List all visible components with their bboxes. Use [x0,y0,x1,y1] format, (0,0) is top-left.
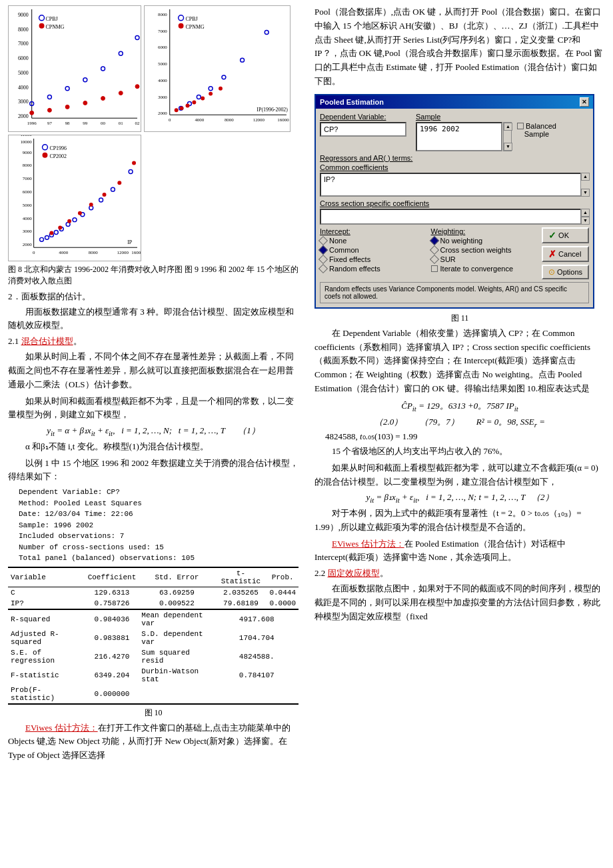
section2-title: 2．面板数据的估计。 [8,291,299,303]
chart-timeseries: 2000 3000 4000 5000 6000 7000 8000 9000 … [8,5,141,132]
fig10-caption: 图 10 [8,707,299,719]
cancel-button[interactable]: ✗ Cancel [542,246,589,262]
analysis-text1: 在 Dependent Variable（相依变量）选择窗填入 CP?；在 Co… [314,327,605,396]
svg-text:12000: 12000 [253,117,265,122]
fig11-caption: 图 11 [314,313,605,324]
options-icon: ⊙ [548,267,555,277]
para-alpha: 对于本例，因为上式中的截距项有显著性（t = 2。0 > t₀.₀₅（₁₀₃）=… [314,507,605,535]
weighting-label: Weighting: [431,227,540,235]
svg-text:9000: 9000 [23,150,32,155]
cs-scroll-down[interactable]: ▼ [581,217,590,225]
chart-caption: 图 8 北京和内蒙古 1996-2002 年消费对收入时序图 图 9 1996 … [8,264,299,287]
dep-var-label: Dependent Variable: [320,113,406,121]
eviwes-para: EViwes 估计方法：在打开工作文件窗口的基础上,点击主功能菜单中的 Obje… [8,721,299,763]
stats-row: F-statistic 6349.204 Durbin-Watson stat … [8,666,299,685]
cs-specific-input[interactable] [320,209,589,225]
svg-text:0: 0 [33,250,35,255]
intercept-none-radio[interactable] [318,236,328,245]
svg-text:02: 02 [135,121,140,125]
svg-text:2000: 2000 [18,113,29,119]
stats-row: Adjusted R-squared 0.983881 S.D. depende… [8,629,299,647]
svg-text:4000: 4000 [158,78,167,83]
ok-label: OK [558,231,569,239]
weighting-iterate-option[interactable]: Iterate to convergence [431,265,540,273]
svg-text:6000: 6000 [23,189,32,194]
weighting-cs-radio[interactable] [429,245,438,255]
stats-box: Dependent Variable: CP? Method: Pooled L… [8,487,299,564]
sample-input[interactable] [416,122,502,151]
formula-main: ĈPit = 129。6313 +0。7587 IPit [314,400,605,413]
scroll-up-arrow[interactable]: ▲ [581,173,590,181]
svg-text:CPNMG: CPNMG [45,24,64,30]
svg-text:IP(1996-2002): IP(1996-2002) [257,107,288,113]
weighting-sur-option[interactable]: SUR [431,255,540,263]
dialog-buttons: ✓ OK ✗ Cancel ⊙ Options [542,227,589,279]
intercept-random-radio[interactable] [318,264,328,273]
intercept-fixed-option[interactable]: Fixed effects [320,255,428,263]
svg-text:8000: 8000 [23,163,32,167]
svg-text:CP2002: CP2002 [49,153,67,159]
svg-text:6000: 6000 [18,55,29,61]
svg-text:8000: 8000 [89,250,98,255]
ok-button[interactable]: ✓ OK [542,227,589,243]
balanced-checkbox[interactable] [517,123,524,129]
intercept-none-label: None [329,237,346,245]
svg-point-106 [103,193,107,197]
svg-point-105 [89,203,93,207]
cs-scroll-up[interactable]: ▲ [581,209,590,217]
scroll-track [581,181,589,189]
svg-text:97: 97 [47,121,52,125]
regressors-section: Regressors and AR( ) terms: Common coeff… [320,154,589,225]
svg-point-104 [78,211,82,215]
svg-text:8000: 8000 [158,12,167,17]
weighting-none-radio[interactable] [429,236,438,245]
right-intro-text: Pool（混合数据库）,点击 OK 键，从而打开 Pool（混合数据）窗口。在窗… [314,5,605,89]
svg-point-102 [58,226,62,230]
table-row: IP? 0.758726 0.009522 79.68189 0.0000 [8,598,299,609]
weighting-iterate-checkbox[interactable] [431,265,438,272]
common-coeff-scrollbar[interactable]: ▲ ▼ [580,173,589,197]
common-coeff-input[interactable]: IP? [320,173,589,197]
intercept-common-option[interactable]: Common [320,246,428,254]
para5: 以例 1 中 15 个地区 1996 和 2002 年数据建立关于消费的混合估计… [8,457,299,485]
svg-text:5000: 5000 [23,203,32,207]
para1: 用面板数据建立的模型通常有 3 种。即混合估计模型、固定效应模型和随机效应模型。 [8,305,299,333]
weighting-cs-option[interactable]: Cross section weights [431,246,540,254]
svg-text:4000: 4000 [195,117,204,122]
intercept-common-radio[interactable] [318,245,328,255]
intercept-random-option[interactable]: Random effects [320,265,428,273]
para3: 如果从时间和截面看模型截距都不为零，且是一个相同的常数，以二变量模型为例，则建立… [8,395,299,423]
dialog-title: Pooled Estimation [320,98,384,106]
weighting-none-label: No weighting [440,237,483,245]
weighting-none-option[interactable]: No weighting [431,237,540,245]
cancel-x-icon: ✗ [548,249,556,259]
svg-point-30 [119,91,123,95]
dep-var-input[interactable] [320,122,406,137]
intercept-label: Intercept: [320,227,428,235]
svg-point-60 [180,106,184,110]
svg-text:98: 98 [65,121,70,125]
svg-text:4000: 4000 [59,250,68,255]
svg-point-107 [117,181,121,185]
svg-text:11000: 11000 [21,135,33,137]
dialog-close-button[interactable]: ✕ [580,97,589,107]
svg-text:4000: 4000 [23,216,32,221]
scroll-down-arrow[interactable]: ▼ [581,189,590,197]
formula-sub2: 4824588, t₀.₀₅(103) = 1.99 [314,431,605,442]
cs-specific-label: Cross section specific coefficients [320,199,589,207]
svg-point-25 [30,111,34,115]
weighting-sur-radio[interactable] [429,255,438,264]
common-coeff-label: Common coefficients [320,163,589,171]
intercept-fixed-radio[interactable] [318,255,328,264]
formula2: yit = β₁xit + εit, i = 1, 2, …, N; t = 1… [314,491,605,504]
options-button[interactable]: ⊙ Options [542,265,589,279]
ok-checkmark-icon: ✓ [548,230,556,241]
svg-text:2000: 2000 [23,242,32,247]
svg-point-101 [49,231,53,235]
chart-timeseries2: 2000 3000 4000 5000 6000 7000 8000 9000 … [8,135,141,261]
svg-point-111 [43,153,48,158]
svg-text:8000: 8000 [18,27,29,33]
intercept-none-option[interactable]: None [320,237,428,245]
balanced-label2: Sample [524,130,549,138]
svg-text:10000: 10000 [20,139,32,144]
